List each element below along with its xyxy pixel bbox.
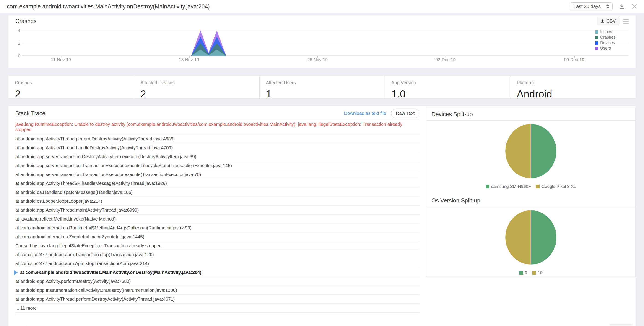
pie-legend-label: 10 (538, 270, 542, 275)
devices-splitup-title: Devices Split-up (432, 111, 630, 118)
stack-frame[interactable]: Caused by: java.lang.IllegalStateExcepti… (15, 241, 420, 250)
crashes-chart: 024 11-Nov-1918-Nov-1925-Nov-1902-Dec-19… (15, 30, 629, 65)
legend-item-devices[interactable]: Devices (595, 41, 616, 45)
legend-item-crashes[interactable]: Crashes (595, 35, 616, 40)
y-axis-tick: 4 (15, 28, 20, 33)
pie-slice (531, 124, 557, 179)
detail-card: Stack Trace Download as text file Raw Te… (8, 106, 636, 326)
date-range-select[interactable]: Last 30 days (570, 2, 612, 11)
stack-frame[interactable]: at android.app.ActivityThread.handleDest… (15, 143, 420, 152)
pie-legend-item[interactable]: samsung SM-N960F (486, 184, 531, 189)
crashes-csv-button[interactable]: CSV (597, 17, 619, 25)
stack-frame-text: at android.app.Activity.performDestroy(A… (15, 279, 131, 284)
pie-legend-item[interactable]: 9 (519, 270, 527, 275)
crashes-panel: Crashes CSV 024 11-Nov-1918-Nov-1925-Nov… (8, 15, 636, 68)
x-axis-tick: 11-Nov-19 (51, 57, 71, 62)
splitup-panel: Devices Split-up samsung SM-N960FGoogle … (426, 108, 636, 277)
stats-row: Crashes 2 Affected Devices 2 Affected Us… (8, 75, 636, 99)
close-icon[interactable] (631, 3, 638, 10)
stat-value: 2 (15, 88, 134, 100)
x-axis-tick: 18-Nov-19 (179, 57, 199, 62)
stack-frame[interactable]: at android.app.servertransaction.Destroy… (15, 152, 420, 161)
stack-frame[interactable]: at android.app.ActivityThread.main(Activ… (15, 206, 420, 215)
stack-frame[interactable]: at android.app.servertransaction.Transac… (15, 161, 420, 170)
pie-slice (531, 210, 557, 265)
stat-platform: Platform Android (510, 76, 636, 98)
stack-frame[interactable]: at android.app.Instrumentation.callActiv… (15, 286, 420, 295)
stat-label: Platform (517, 80, 636, 85)
legend-item-issues[interactable]: Issues (595, 30, 616, 34)
pie-legend-item[interactable]: Google Pixel 3 XL (536, 184, 576, 189)
stack-frame-text: at android.os.Handler.dispatchMessage(Ha… (15, 190, 133, 195)
legend-swatch-icon (536, 185, 540, 188)
stack-frame[interactable]: at com.site24x7.android.apm.Apm.stopTran… (15, 259, 420, 268)
stack-frame-text: at android.app.ActivityThread.performDes… (15, 296, 175, 302)
stack-frame[interactable]: at com.android.internal.os.RuntimeInit$M… (15, 223, 420, 232)
stack-frame[interactable]: at android.app.Activity.performDestroy(A… (15, 277, 420, 286)
devices-splitup-legend: samsung SM-N960FGoogle Pixel 3 XL (426, 184, 635, 189)
stack-frame[interactable]: at android.app.servertransaction.Transac… (15, 170, 420, 179)
raw-text-button[interactable]: Raw Text (391, 109, 420, 118)
stack-frame-text: Caused by: java.lang.IllegalStateExcepti… (15, 243, 163, 248)
stack-frame-highlighted[interactable]: at com.example.android.twoactivities.Mai… (15, 268, 420, 277)
legend-swatch-icon (595, 47, 598, 50)
download-icon[interactable] (618, 3, 625, 10)
stack-frame[interactable]: at java.lang.reflect.Method.invoke(Nativ… (15, 215, 420, 223)
pie-legend-label: Google Pixel 3 XL (542, 184, 576, 189)
stat-value: 2 (140, 88, 259, 100)
stack-frame[interactable]: at android.os.Looper.loop(Looper.java:21… (15, 197, 420, 206)
stack-trace-title: Stack Trace (15, 110, 46, 117)
pie-legend-item[interactable]: 10 (532, 270, 542, 275)
stack-frame[interactable]: at android.app.ActivityThread.performDes… (15, 134, 420, 143)
stat-label: Affected Devices (140, 80, 259, 85)
stack-frame-text: at com.android.internal.os.ZygoteInit.ma… (15, 234, 144, 239)
stack-frame-text: at android.app.servertransaction.Destroy… (15, 154, 196, 159)
date-range-value: Last 30 days (574, 4, 601, 9)
crashes-panel-title: Crashes (15, 18, 36, 25)
x-axis-tick: 02-Dec-19 (435, 57, 456, 62)
x-axis-tick: 09-Dec-19 (564, 57, 584, 62)
chart-plot-area (22, 30, 629, 56)
legend-swatch-icon (595, 36, 598, 39)
y-axis-tick: 0 (15, 54, 20, 59)
stack-frame-text: at android.app.ActivityThread.handleDest… (15, 145, 173, 150)
stat-value: Android (517, 88, 636, 100)
summary-csv-button[interactable]: CSV (610, 324, 632, 326)
stack-frame-text: at com.site24x7.android.apm.Apm.stopTran… (15, 261, 149, 266)
stack-frame[interactable]: at com.android.internal.os.ZygoteInit.ma… (15, 232, 420, 241)
pie-legend-label: 9 (525, 270, 527, 275)
stack-frame-text: at com.site24x7.android.apm.Transaction.… (15, 252, 154, 257)
x-axis-tick: 25-Nov-19 (308, 57, 328, 62)
stack-frame[interactable]: ... 11 more (15, 304, 420, 312)
stat-app-version: App Version 1.0 (385, 76, 510, 98)
devices-splitup-pie (426, 121, 635, 179)
stat-value: 1.0 (391, 88, 510, 100)
chart-legend: IssuesCrashesDevicesUsers (595, 30, 616, 51)
stack-frame[interactable]: at android.os.Handler.dispatchMessage(Ha… (15, 188, 420, 197)
stack-frame[interactable]: at com.site24x7.android.apm.Transaction.… (15, 250, 420, 259)
os-splitup-pie (426, 207, 635, 266)
devices-splitup-header: Devices Split-up (426, 108, 635, 121)
download-as-text-link[interactable]: Download as text file (344, 111, 386, 116)
chart-menu-icon[interactable] (623, 19, 629, 24)
legend-swatch-icon (595, 30, 598, 34)
pie-slice (505, 124, 531, 179)
stack-frame[interactable]: at android.app.ActivityThread.performDes… (15, 295, 420, 304)
stack-frame-text: at android.app.servertransaction.Transac… (15, 163, 232, 168)
stack-frame-text: at java.lang.reflect.Method.invoke(Nativ… (15, 216, 116, 222)
stack-frame-text: at android.os.Looper.loop(Looper.java:21… (15, 199, 102, 204)
legend-swatch-icon (519, 271, 523, 275)
csv-download-icon (600, 19, 604, 23)
y-axis-tick: 2 (15, 41, 20, 46)
divider (15, 314, 420, 315)
legend-item-label: Users (600, 46, 611, 51)
legend-item-users[interactable]: Users (595, 46, 616, 51)
select-caret-icon (606, 4, 610, 9)
stat-label: App Version (391, 80, 510, 85)
stack-frame-text: at android.app.ActivityThread.main(Activ… (15, 207, 139, 213)
stack-frame[interactable]: at android.app.ActivityThread$H.handleMe… (15, 179, 420, 188)
devices-summary-title: Devices' Summary (15, 325, 63, 326)
legend-item-label: Crashes (600, 35, 616, 40)
pie-legend-label: samsung SM-N960F (491, 184, 531, 189)
stack-frame-text: at android.app.ActivityThread$H.handleMe… (15, 181, 167, 186)
